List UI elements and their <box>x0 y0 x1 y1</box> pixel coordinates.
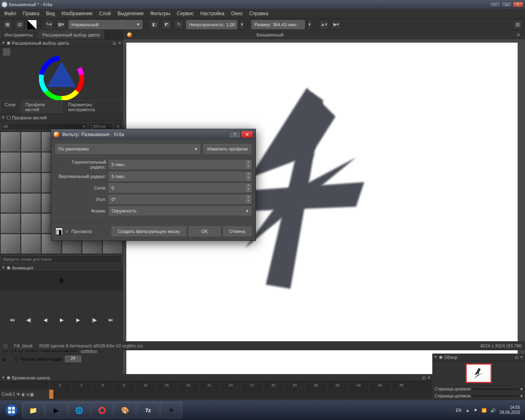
gradient-icon[interactable]: ▦ <box>2 20 12 30</box>
tray-volume-icon[interactable]: 🔊 <box>491 408 495 413</box>
close-dock-icon[interactable]: ✕ <box>427 376 431 380</box>
menu-image[interactable]: Изображение <box>59 10 95 17</box>
color-dock-header[interactable]: ▼◉ Расширенный выбор цвета◱✕ <box>0 39 123 47</box>
menu-tools[interactable]: Сервис <box>174 10 196 17</box>
float-icon[interactable]: ◱ <box>113 41 116 45</box>
fps-input[interactable]: 24 <box>65 356 81 362</box>
brush-preset[interactable] <box>21 213 41 233</box>
float-icon[interactable]: ◱ <box>515 355 518 359</box>
brush-preset[interactable] <box>0 234 21 254</box>
visibility-icon[interactable]: 👁 <box>16 392 21 397</box>
menu-edit[interactable]: Правка <box>21 10 42 17</box>
timeline-ruler[interactable]: 036912151821242730333639424548 <box>0 381 432 390</box>
brush-preset[interactable] <box>0 132 21 152</box>
brush-preset[interactable] <box>0 213 21 233</box>
strength-input[interactable]: 0▲▼ <box>109 183 251 192</box>
tab-advanced-color[interactable]: Расширенный выбор цвета <box>38 30 104 39</box>
ok-button[interactable]: OK <box>189 226 221 236</box>
mirror-h-icon[interactable]: ▲▾ <box>319 20 329 30</box>
angle-input[interactable]: 0°▲▼ <box>109 195 251 204</box>
fgbg-swatch[interactable] <box>27 20 37 30</box>
tab-tools[interactable]: Инструменты <box>0 30 37 39</box>
create-mask-button[interactable]: Создать фильтрующую маску <box>112 226 186 236</box>
hradius-input[interactable]: 5 пикс.▲▼ <box>109 160 251 169</box>
tray-network-icon[interactable]: 📶 <box>482 408 486 413</box>
document-tab[interactable] <box>123 32 140 37</box>
zoom-slider[interactable] <box>472 395 519 397</box>
next-keyframe-icon[interactable]: |▶ <box>90 316 98 324</box>
cancel-button[interactable]: Отмена <box>223 226 251 236</box>
dialog-titlebar[interactable]: Фильтр: Размывание - Krita ? ✕ <box>51 129 256 140</box>
menu-select[interactable]: Выделение <box>115 10 146 17</box>
zoom-dropdown-icon[interactable]: ▾ <box>520 387 523 391</box>
brush-preset[interactable] <box>21 152 41 172</box>
timeline-header[interactable]: Временная шкала <box>12 375 50 380</box>
taskbar-app-opera[interactable]: ⭕ <box>91 402 113 418</box>
menu-window[interactable]: Окно <box>228 10 245 17</box>
opacity-dropdown-icon[interactable]: ▾ <box>240 20 244 30</box>
blend-mode-select[interactable]: Нормальный▾ <box>68 20 142 29</box>
brush-editor-icon[interactable]: ▦▾ <box>56 20 66 30</box>
reload-icon[interactable]: ↻ <box>174 20 184 30</box>
brush-preset[interactable] <box>0 173 21 193</box>
tray-show-hidden-icon[interactable]: ▲ <box>466 408 470 413</box>
close-document-icon[interactable]: ✕ <box>516 32 521 38</box>
lock-icon[interactable]: ▦ <box>30 392 34 397</box>
tray-lang[interactable]: EN <box>456 408 461 413</box>
first-frame-icon[interactable]: ⏮ <box>8 316 16 324</box>
brush-preset[interactable] <box>0 193 21 213</box>
brush-preset[interactable] <box>21 173 41 193</box>
menu-settings[interactable]: Настройка <box>198 10 227 17</box>
brushes-dock-header[interactable]: ▼▢ Профили кистей <box>0 114 123 121</box>
tab-brush-presets[interactable]: Профили кистей <box>21 100 63 114</box>
preset-select[interactable]: По умолчанию▾ <box>55 144 200 154</box>
brush-search-input[interactable]: Введите слова для поиск <box>1 256 122 263</box>
prev-frame-icon[interactable]: ◀ <box>41 316 49 324</box>
shape-select[interactable]: Окружность▾ <box>109 206 251 215</box>
brush-preset[interactable] <box>21 193 41 213</box>
play-icon[interactable]: ▶ <box>57 316 66 324</box>
overview-header[interactable]: Обзор <box>444 355 457 360</box>
color-history-icon[interactable] <box>2 48 11 56</box>
size-field[interactable]: Размер:364,43 пикс. <box>251 20 305 29</box>
taskbar-app-telegram[interactable]: ✈ <box>160 402 182 418</box>
taskbar-app-media[interactable]: ▶ <box>45 402 67 418</box>
menu-layer[interactable]: Слой <box>96 10 113 17</box>
current-frame-marker[interactable] <box>49 390 53 399</box>
taskbar-app-explorer[interactable]: 📁 <box>22 402 44 418</box>
workspace-chooser-icon[interactable]: ▥ <box>513 20 523 30</box>
menu-file[interactable]: Файл <box>2 10 19 17</box>
animation-dock-header[interactable]: ▼◉ Анимация <box>0 264 123 272</box>
timeline-track[interactable]: Слой 2👁◐α▦ <box>0 390 432 399</box>
preview-compare-icon[interactable]: ◨ <box>55 228 63 235</box>
dialog-close-button[interactable]: ✕ <box>241 131 253 138</box>
opacity-field[interactable]: Непрозрачность:1,00 <box>186 20 237 29</box>
prev-keyframe-icon[interactable]: ◀| <box>25 316 33 324</box>
tab-tool-options[interactable]: Параметры инструмента <box>64 100 122 114</box>
tray-clock[interactable]: 14:55 28.06.2020 <box>500 405 520 415</box>
tray-flag-icon[interactable]: ⚑ <box>474 408 477 413</box>
brush-preset[interactable] <box>21 234 41 254</box>
edit-profiles-button[interactable]: Изменить профили <box>203 144 251 154</box>
zoom-dropdown-icon[interactable]: ▾ <box>520 394 523 398</box>
maximize-button[interactable]: ▭ <box>501 2 512 7</box>
vradius-input[interactable]: 5 пикс.▲▼ <box>109 172 251 181</box>
next-frame-icon[interactable]: ▶ <box>74 316 82 324</box>
taskbar-app-krita[interactable]: 🎨 <box>114 402 136 418</box>
close-button[interactable]: ✕ <box>513 2 523 7</box>
overview-thumbnail[interactable] <box>466 363 492 383</box>
color-selector[interactable] <box>0 47 123 100</box>
brush-preset[interactable] <box>21 132 41 152</box>
float-icon[interactable]: ◱ <box>422 376 426 380</box>
menu-filters[interactable]: Фильтры <box>148 10 173 17</box>
mirror-v-icon[interactable]: ▶▾ <box>331 20 341 30</box>
brush-preset-icon[interactable]: ✎▾ <box>44 20 54 30</box>
minimize-button[interactable]: ─ <box>490 2 500 7</box>
tab-layers[interactable]: Слои <box>0 100 20 114</box>
alpha-lock-icon[interactable]: ◩ <box>162 20 171 30</box>
close-dock-icon[interactable]: ✕ <box>118 41 121 45</box>
taskbar-app-7z[interactable]: 7z <box>137 402 159 418</box>
size-dropdown-icon[interactable]: ▾ <box>307 20 312 30</box>
menu-view[interactable]: Вид <box>43 10 57 17</box>
dialog-help-button[interactable]: ? <box>228 131 241 138</box>
